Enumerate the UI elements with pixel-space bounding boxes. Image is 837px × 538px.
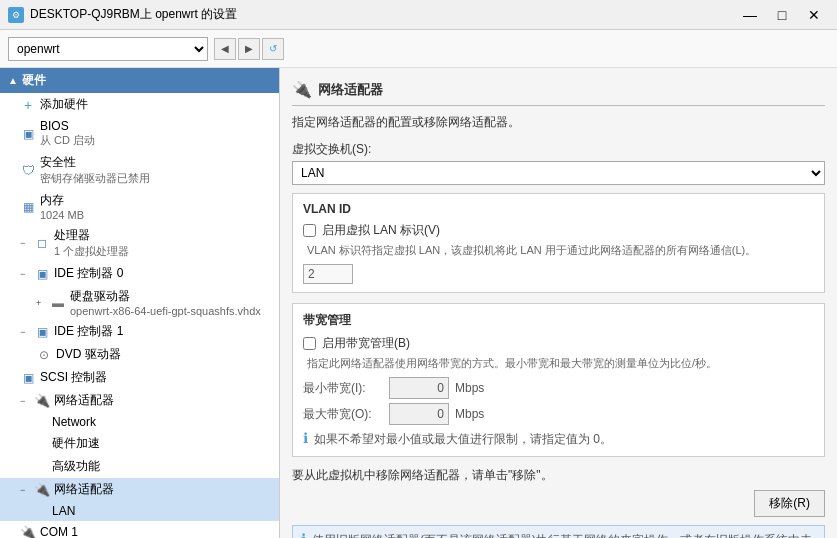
panel-title: 🔌 网络适配器 xyxy=(292,80,825,106)
remove-btn-row: 移除(R) xyxy=(292,490,825,517)
net0-accel-label: 硬件加速 xyxy=(52,435,100,452)
net0-name-label: Network xyxy=(52,415,96,429)
cpu-icon: ◻ xyxy=(34,235,50,251)
hardware-section-label: 硬件 xyxy=(22,72,46,89)
titlebar: ⚙ DESKTOP-QJ9RBM上 openwrt 的设置 — □ ✕ xyxy=(0,0,837,30)
panel-title-text: 网络适配器 xyxy=(318,81,383,99)
sidebar-item-ide0[interactable]: − ▣ IDE 控制器 0 xyxy=(0,262,279,285)
nav-refresh-button[interactable]: ↺ xyxy=(262,38,284,60)
dvd-label: DVD 驱动器 xyxy=(56,346,121,363)
minimize-button[interactable]: — xyxy=(735,5,765,25)
scsi-icon: ▣ xyxy=(20,370,36,386)
vswitch-label: 虚拟交换机(S): xyxy=(292,141,825,158)
bandwidth-section-title: 带宽管理 xyxy=(303,312,814,329)
sidebar-item-net1-name[interactable]: LAN xyxy=(0,501,279,521)
memory-icon: ▦ xyxy=(20,199,36,215)
com1-label: COM 1 xyxy=(40,525,78,538)
bios-label: BIOS xyxy=(40,119,95,133)
vswitch-row: 虚拟交换机(S): LAN Default Switch Network xyxy=(292,141,825,185)
bw-info-row: ℹ 如果不希望对最小值或最大值进行限制，请指定值为 0。 xyxy=(303,431,814,448)
net0-icon: 🔌 xyxy=(34,393,50,409)
memory-label: 内存 xyxy=(40,192,84,209)
bandwidth-hint: 指定此网络适配器使用网络带宽的方式。最小带宽和最大带宽的测量单位为比位/秒。 xyxy=(303,356,814,371)
com1-icon: 🔌 xyxy=(20,524,36,538)
sidebar-item-ide1[interactable]: − ▣ IDE 控制器 1 xyxy=(0,320,279,343)
bios-sub: 从 CD 启动 xyxy=(40,133,95,148)
sidebar-item-security[interactable]: 🛡 安全性 密钥存储驱动器已禁用 xyxy=(0,151,279,189)
disk-expand-icon: + xyxy=(36,298,46,308)
vswitch-select[interactable]: LAN Default Switch Network xyxy=(292,161,825,185)
right-panel: 🔌 网络适配器 指定网络适配器的配置或移除网络适配器。 虚拟交换机(S): LA… xyxy=(280,68,837,538)
net1-expand-icon: − xyxy=(20,485,30,495)
close-button[interactable]: ✕ xyxy=(799,5,829,25)
vlan-section-title: VLAN ID xyxy=(303,202,814,216)
sidebar-item-bios[interactable]: ▣ BIOS 从 CD 启动 xyxy=(0,116,279,151)
ide0-label: IDE 控制器 0 xyxy=(54,265,123,282)
toolbar-nav: ◀ ▶ ↺ xyxy=(214,38,284,60)
sidebar-item-harddisk[interactable]: + ▬ 硬盘驱动器 openwrt-x86-64-uefi-gpt-squash… xyxy=(0,285,279,320)
sidebar-item-com1[interactable]: 🔌 COM 1 xyxy=(0,521,279,538)
memory-sub: 1024 MB xyxy=(40,209,84,221)
maximize-button[interactable]: □ xyxy=(767,5,797,25)
panel-desc: 指定网络适配器的配置或移除网络适配器。 xyxy=(292,114,825,131)
vlan-hint: VLAN 标识符指定虚拟 LAN，该虚拟机将此 LAN 用于通过此网络适配器的所… xyxy=(303,243,814,258)
cpu-labels: 处理器 1 个虚拟处理器 xyxy=(54,227,129,259)
nav-back-button[interactable]: ◀ xyxy=(214,38,236,60)
vm-select[interactable]: openwrt xyxy=(8,37,208,61)
window-title: DESKTOP-QJ9RBM上 openwrt 的设置 xyxy=(30,6,237,23)
security-labels: 安全性 密钥存储驱动器已禁用 xyxy=(40,154,150,186)
remove-section: 要从此虚拟机中移除网络适配器，请单击"移除"。 xyxy=(292,467,825,484)
min-bw-input[interactable] xyxy=(389,377,449,399)
max-bw-row: 最大带宽(O): Mbps xyxy=(303,403,814,425)
net0-expand-icon: − xyxy=(20,396,30,406)
titlebar-left: ⚙ DESKTOP-QJ9RBM上 openwrt 的设置 xyxy=(8,6,237,23)
bandwidth-section: 带宽管理 启用带宽管理(B) 指定此网络适配器使用网络带宽的方式。最小带宽和最大… xyxy=(292,303,825,457)
disk-label: 硬盘驱动器 xyxy=(70,288,261,305)
min-bw-unit: Mbps xyxy=(455,381,484,395)
nav-forward-button[interactable]: ▶ xyxy=(238,38,260,60)
bios-labels: BIOS 从 CD 启动 xyxy=(40,119,95,148)
sidebar-item-scsi[interactable]: ▣ SCSI 控制器 xyxy=(0,366,279,389)
max-bw-unit: Mbps xyxy=(455,407,484,421)
bandwidth-checkbox-label: 启用带宽管理(B) xyxy=(322,335,410,352)
sidebar-item-memory[interactable]: ▦ 内存 1024 MB xyxy=(0,189,279,224)
net1-name-label: LAN xyxy=(52,504,75,518)
ide1-label: IDE 控制器 1 xyxy=(54,323,123,340)
bottom-info-text: 使用旧版网络适配器(而不是该网络适配器)执行基于网络的来宾操作，或者在旧版操作系… xyxy=(312,532,816,538)
net0-adv-label: 高级功能 xyxy=(52,458,100,475)
cpu-label: 处理器 xyxy=(54,227,129,244)
vlan-section: VLAN ID 启用虚拟 LAN 标识(V) VLAN 标识符指定虚拟 LAN，… xyxy=(292,193,825,293)
hardware-section-header: ▲ 硬件 xyxy=(0,68,279,93)
scsi-label: SCSI 控制器 xyxy=(40,369,107,386)
titlebar-controls: — □ ✕ xyxy=(735,5,829,25)
vlan-input[interactable] xyxy=(303,264,353,284)
add-hardware-label: 添加硬件 xyxy=(40,96,271,113)
security-sub: 密钥存储驱动器已禁用 xyxy=(40,171,150,186)
min-bw-row: 最小带宽(I): Mbps xyxy=(303,377,814,399)
bandwidth-checkbox[interactable] xyxy=(303,337,316,350)
disk-icon: ▬ xyxy=(50,295,66,311)
cpu-sub: 1 个虚拟处理器 xyxy=(54,244,129,259)
remove-button[interactable]: 移除(R) xyxy=(754,490,825,517)
security-label: 安全性 xyxy=(40,154,150,171)
memory-labels: 内存 1024 MB xyxy=(40,192,84,221)
ide1-icon: ▣ xyxy=(34,324,50,340)
vlan-checkbox[interactable] xyxy=(303,224,316,237)
sidebar-item-net0-adv[interactable]: 高级功能 xyxy=(0,455,279,478)
sidebar-item-net0-name[interactable]: Network xyxy=(0,412,279,432)
security-icon: 🛡 xyxy=(20,162,36,178)
sidebar-item-dvd[interactable]: ⊙ DVD 驱动器 xyxy=(0,343,279,366)
sidebar-item-net1[interactable]: − 🔌 网络适配器 xyxy=(0,478,279,501)
ide0-expand-icon: − xyxy=(20,269,30,279)
ide0-icon: ▣ xyxy=(34,266,50,282)
min-bw-label: 最小带宽(I): xyxy=(303,380,383,397)
disk-sub: openwrt-x86-64-uefi-gpt-squashfs.vhdx xyxy=(70,305,261,317)
sidebar-item-net0-accel[interactable]: 硬件加速 xyxy=(0,432,279,455)
sidebar-item-cpu[interactable]: − ◻ 处理器 1 个虚拟处理器 xyxy=(0,224,279,262)
bw-info-icon: ℹ xyxy=(303,430,308,446)
max-bw-input[interactable] xyxy=(389,403,449,425)
left-panel: ▲ 硬件 + 添加硬件 ▣ BIOS 从 CD 启动 🛡 安全性 密钥存储驱动器… xyxy=(0,68,280,538)
vlan-checkbox-label: 启用虚拟 LAN 标识(V) xyxy=(322,222,440,239)
sidebar-item-add-hardware[interactable]: + 添加硬件 xyxy=(0,93,279,116)
sidebar-item-net0[interactable]: − 🔌 网络适配器 xyxy=(0,389,279,412)
